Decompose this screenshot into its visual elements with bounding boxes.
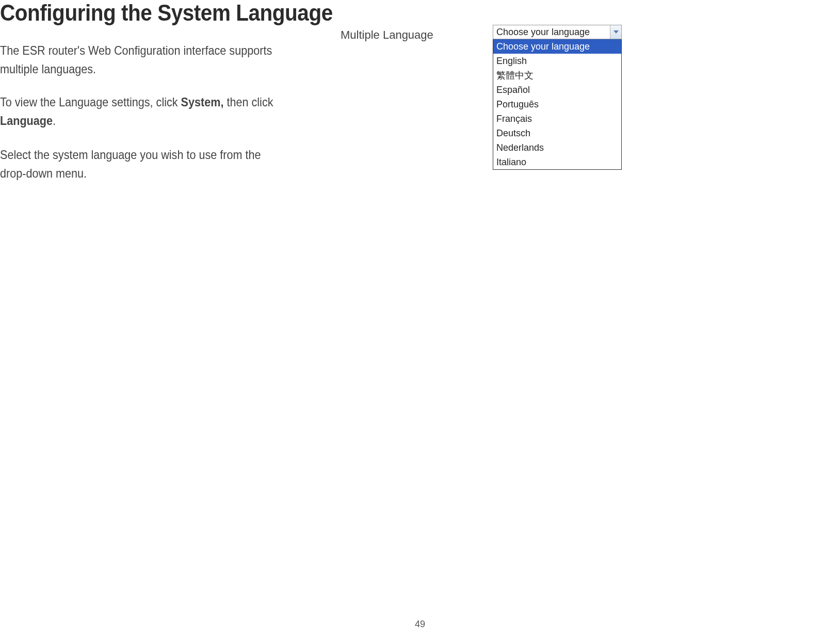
language-select-value: Choose your language	[496, 27, 590, 38]
language-select-display[interactable]: Choose your language	[493, 25, 622, 39]
language-option[interactable]: Nederlands	[493, 140, 621, 155]
chevron-down-icon[interactable]	[610, 25, 621, 39]
language-option[interactable]: Español	[493, 83, 621, 97]
language-option[interactable]: Français	[493, 112, 621, 126]
dropdown-label: Multiple Language	[341, 28, 433, 42]
language-option[interactable]: Português	[493, 97, 621, 112]
language-option[interactable]: English	[493, 54, 621, 68]
intro-paragraph: The ESR router's Web Configuration inter…	[0, 41, 288, 78]
page-title: Configuring the System Language	[0, 0, 333, 26]
instruction-paragraph: To view the Language settings, click Sys…	[0, 93, 288, 130]
select-instruction-paragraph: Select the system language you wish to u…	[0, 146, 288, 183]
text-fragment: To view the Language settings, click	[0, 95, 181, 109]
document-page: Configuring the System Language The ESR …	[0, 0, 840, 636]
language-option[interactable]: 繁體中文	[493, 68, 621, 83]
language-select-list[interactable]: Choose your language English 繁體中文 Españo…	[493, 39, 622, 170]
language-select[interactable]: Choose your language Choose your languag…	[493, 25, 622, 170]
language-option[interactable]: Deutsch	[493, 126, 621, 140]
language-option[interactable]: Choose your language	[493, 39, 621, 54]
bold-language: Language	[0, 114, 53, 128]
text-fragment: .	[53, 114, 56, 128]
text-fragment: then click	[223, 95, 273, 109]
language-option[interactable]: Italiano	[493, 155, 621, 169]
bold-system: System,	[181, 95, 224, 109]
page-number: 49	[415, 619, 425, 630]
